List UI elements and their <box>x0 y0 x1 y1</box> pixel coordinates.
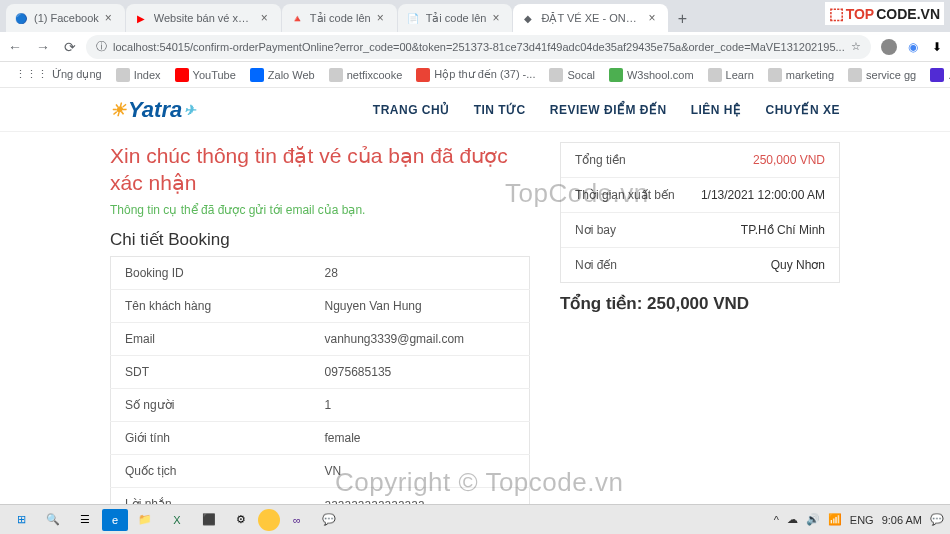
taskbar-app[interactable]: e <box>102 509 128 531</box>
bookmark-item[interactable]: Zalo Web <box>245 66 320 84</box>
bookmark-item[interactable]: W3shool.com <box>604 66 699 84</box>
table-row: Lời nhắnaaaaaaaaaaaaaaa <box>111 487 530 504</box>
search-button[interactable]: 🔍 <box>38 507 68 533</box>
detail-value: vanhung3339@gmail.com <box>311 322 530 355</box>
yatra-logo[interactable]: ☀ Yatra ✈ <box>110 97 196 123</box>
detail-label: Email <box>111 322 311 355</box>
summary-value: Quy Nhơn <box>771 258 825 272</box>
summary-box: Tổng tiền250,000 VND Thời gian xuất bến1… <box>560 142 840 283</box>
summary-label: Tổng tiền <box>575 153 753 167</box>
summary-row: Thời gian xuất bến1/13/2021 12:00:00 AM <box>561 178 839 213</box>
taskbar-app[interactable]: ∞ <box>282 507 312 533</box>
nav-news[interactable]: TIN TỨC <box>474 103 526 117</box>
favicon-facebook: 🔵 <box>14 11 28 25</box>
bm-label: YouTube <box>193 69 236 81</box>
tab-title: Tải code lên <box>426 12 487 25</box>
table-row: Booking ID28 <box>111 256 530 289</box>
sun-icon: ☀ <box>110 99 126 121</box>
apps-icon: ⋮⋮⋮ <box>15 68 48 81</box>
tab-active-booking[interactable]: ◆ ĐẶT VÉ XE - ONLINE × <box>513 4 668 32</box>
nav-trips[interactable]: CHUYẾN XE <box>765 103 840 117</box>
bookmark-icon <box>708 68 722 82</box>
summary-label: Nơi bay <box>575 223 741 237</box>
start-button[interactable]: ⊞ <box>6 507 36 533</box>
taskbar-app[interactable]: ⚙ <box>226 507 256 533</box>
left-column: Xin chúc thông tin đặt vé của bạn đã đượ… <box>110 142 530 504</box>
tab-facebook[interactable]: 🔵 (1) Facebook × <box>6 4 125 32</box>
taskbar-app[interactable] <box>258 509 280 531</box>
taskview-button[interactable]: ☰ <box>70 507 100 533</box>
tray-time[interactable]: 9:06 AM <box>882 514 922 526</box>
bookmark-item[interactable]: marketing <box>763 66 839 84</box>
ext-icon[interactable]: ⬇ <box>929 39 945 55</box>
bookmark-icon <box>416 68 430 82</box>
bm-label: netfixcooke <box>347 69 403 81</box>
plane-icon: ✈ <box>184 102 196 118</box>
tray-chevron[interactable]: ^ <box>774 514 779 526</box>
table-row: Số người1 <box>111 388 530 421</box>
summary-value: 1/13/2021 12:00:00 AM <box>701 188 825 202</box>
nav-home[interactable]: TRANG CHỦ <box>373 103 450 117</box>
table-row: Emailvanhung3339@gmail.com <box>111 322 530 355</box>
tab-title: Website bán vé xe ASP.NET MVC <box>154 12 255 24</box>
total-value: 250,000 VND <box>647 294 749 313</box>
summary-row: Nơi bayTP.Hồ Chí Minh <box>561 213 839 248</box>
tray-icon[interactable]: ☁ <box>787 513 798 526</box>
url-text: localhost:54015/confirm-orderPaymentOnli… <box>113 41 845 53</box>
close-icon[interactable]: × <box>261 11 273 25</box>
close-icon[interactable]: × <box>648 11 660 25</box>
bookmark-item[interactable]: YouTube <box>170 66 241 84</box>
tray-wifi-icon[interactable]: 📶 <box>828 513 842 526</box>
bm-label: Socal <box>567 69 595 81</box>
apps-button[interactable]: ⋮⋮⋮Ứng dụng <box>10 66 107 83</box>
topcode-icon: ⬚ <box>829 4 844 23</box>
url-input[interactable]: ⓘ localhost:54015/confirm-orderPaymentOn… <box>86 35 871 59</box>
ext-icon[interactable] <box>881 39 897 55</box>
taskbar-app[interactable]: 💬 <box>314 507 344 533</box>
taskbar-app[interactable]: ⬛ <box>194 507 224 533</box>
confirmation-title: Xin chúc thông tin đặt vé của bạn đã đượ… <box>110 142 530 197</box>
bookmark-item[interactable]: service gg <box>843 66 921 84</box>
browser-tabs-bar: 🔵 (1) Facebook × ▶ Website bán vé xe ASP… <box>0 0 950 32</box>
bookmark-icon <box>768 68 782 82</box>
close-icon[interactable]: × <box>377 11 389 25</box>
table-row: Tên khách hàngNguyen Van Hung <box>111 289 530 322</box>
star-icon[interactable]: ☆ <box>851 40 861 53</box>
taskbar-app[interactable]: 📁 <box>130 507 160 533</box>
tab-youtube[interactable]: ▶ Website bán vé xe ASP.NET MVC × <box>126 4 281 32</box>
bookmark-item[interactable]: Learn <box>703 66 759 84</box>
tab-upload1[interactable]: 🔺 Tải code lên × <box>282 4 397 32</box>
table-row: Giới tínhfemale <box>111 421 530 454</box>
ext-icon[interactable]: ◉ <box>905 39 921 55</box>
favicon-upload: 🔺 <box>290 11 304 25</box>
new-tab-button[interactable]: + <box>669 6 695 32</box>
tray-icon[interactable]: 🔊 <box>806 513 820 526</box>
bookmark-item[interactable]: Socal <box>544 66 600 84</box>
bookmark-item[interactable]: netfixcooke <box>324 66 408 84</box>
bookmark-icon <box>250 68 264 82</box>
site-info-icon[interactable]: ⓘ <box>96 39 107 54</box>
tray-notifications[interactable]: 💬 <box>930 513 944 526</box>
bookmark-item[interactable]: .NET documents <box>925 66 950 84</box>
system-tray: ^ ☁ 🔊 📶 ENG 9:06 AM 💬 <box>774 513 944 526</box>
bm-label: marketing <box>786 69 834 81</box>
forward-button[interactable]: → <box>36 39 50 55</box>
nav-contact[interactable]: LIÊN HỆ <box>691 103 742 117</box>
booking-details-title: Chi tiết Booking <box>110 229 530 250</box>
reload-button[interactable]: ⟳ <box>64 39 76 55</box>
close-icon[interactable]: × <box>105 11 117 25</box>
tab-title: (1) Facebook <box>34 12 99 24</box>
detail-value: aaaaaaaaaaaaaaa <box>311 487 530 504</box>
bm-label: W3shool.com <box>627 69 694 81</box>
topcode-badge: ⬚ TOPCODE.VN <box>825 2 944 25</box>
bookmark-item[interactable]: Hộp thư đến (37) -... <box>411 66 540 84</box>
tab-upload2[interactable]: 📄 Tải code lên × <box>398 4 513 32</box>
nav-review[interactable]: REVIEW ĐIỂM ĐẾN <box>550 103 667 117</box>
close-icon[interactable]: × <box>492 11 504 25</box>
tray-lang[interactable]: ENG <box>850 514 874 526</box>
taskbar-app[interactable]: X <box>162 507 192 533</box>
bookmark-item[interactable]: Index <box>111 66 166 84</box>
back-button[interactable]: ← <box>8 39 22 55</box>
detail-value: 1 <box>311 388 530 421</box>
nav-links: TRANG CHỦ TIN TỨC REVIEW ĐIỂM ĐẾN LIÊN H… <box>373 103 840 117</box>
